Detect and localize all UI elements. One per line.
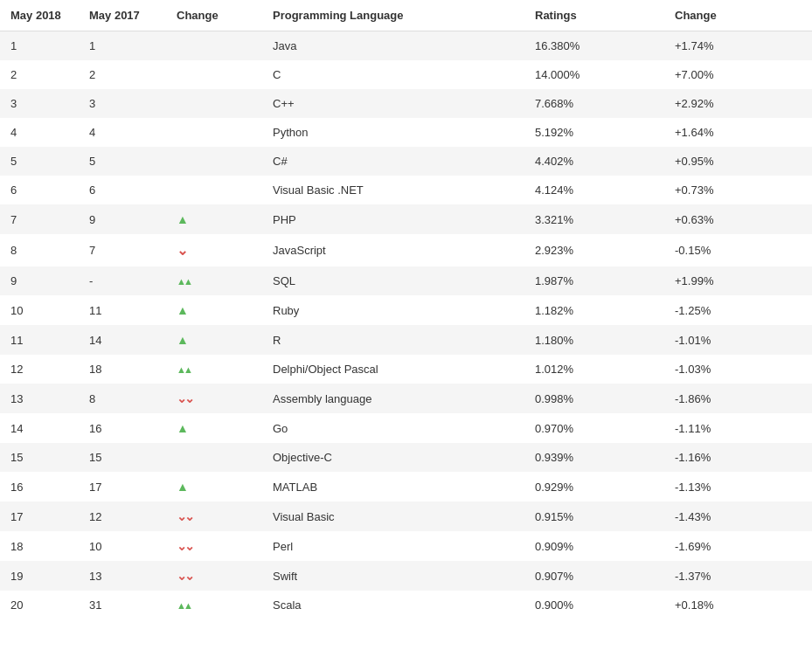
cell-language: MATLAB	[262, 472, 524, 501]
table-row: 1011▲Ruby1.182%-1.25%	[0, 295, 812, 325]
header-language: Programming Language	[262, 0, 524, 31]
down-single-icon: ⌄	[177, 243, 188, 258]
cell-ratings: 0.907%	[524, 561, 664, 591]
cell-may2018: 4	[0, 118, 79, 147]
cell-ratings: 7.668%	[524, 89, 664, 118]
cell-change-icon: ⌄⌄	[166, 384, 262, 413]
cell-may2018: 3	[0, 89, 79, 118]
cell-change-value: +0.95%	[664, 147, 812, 176]
down-double-icon: ⌄⌄	[177, 569, 192, 583]
cell-may2018: 13	[0, 384, 79, 413]
table-row: 1218▲▲Delphi/Object Pascal1.012%-1.03%	[0, 355, 812, 384]
cell-change-icon: ▲	[166, 295, 262, 325]
cell-ratings: 1.987%	[524, 266, 664, 295]
up-single-icon: ▲	[177, 303, 189, 317]
up-double-icon: ▲▲	[177, 276, 191, 287]
up-single-icon: ▲	[177, 421, 189, 435]
cell-ratings: 5.192%	[524, 118, 664, 147]
cell-ratings: 0.900%	[524, 591, 664, 619]
table-row: 79▲PHP3.321%+0.63%	[0, 204, 812, 234]
cell-may2017: -	[79, 266, 166, 295]
cell-change-value: +2.92%	[664, 89, 812, 118]
cell-ratings: 4.124%	[524, 176, 664, 204]
cell-may2017: 12	[79, 501, 166, 531]
cell-change-value: -1.69%	[664, 531, 812, 561]
cell-may2017: 2	[79, 60, 166, 89]
cell-may2018: 8	[0, 234, 79, 266]
cell-may2018: 6	[0, 176, 79, 204]
down-double-icon: ⌄⌄	[177, 509, 192, 523]
cell-may2017: 5	[79, 147, 166, 176]
cell-ratings: 0.915%	[524, 501, 664, 531]
cell-change-value: +1.99%	[664, 266, 812, 295]
cell-change-icon: ▲▲	[166, 266, 262, 295]
table-row: 9-▲▲SQL1.987%+1.99%	[0, 266, 812, 295]
cell-may2017: 3	[79, 89, 166, 118]
cell-change-icon: ▲	[166, 325, 262, 355]
cell-change-icon	[166, 31, 262, 61]
cell-change-value: +0.18%	[664, 591, 812, 619]
cell-change-icon	[166, 176, 262, 204]
header-change2: Change	[664, 0, 812, 31]
cell-language: C	[262, 60, 524, 89]
cell-ratings: 0.929%	[524, 472, 664, 501]
cell-change-icon: ▲	[166, 204, 262, 234]
cell-may2017: 4	[79, 118, 166, 147]
cell-may2017: 10	[79, 531, 166, 561]
cell-language: SQL	[262, 266, 524, 295]
cell-may2018: 16	[0, 472, 79, 501]
header-may2017: May 2017	[79, 0, 166, 31]
cell-ratings: 14.000%	[524, 60, 664, 89]
cell-language: Python	[262, 118, 524, 147]
cell-change-value: -1.13%	[664, 472, 812, 501]
cell-language: C#	[262, 147, 524, 176]
cell-ratings: 3.321%	[524, 204, 664, 234]
table-row: 22C14.000%+7.00%	[0, 60, 812, 89]
cell-change-value: +1.74%	[664, 31, 812, 61]
cell-change-icon: ▲	[166, 472, 262, 501]
cell-change-icon: ⌄	[166, 234, 262, 266]
cell-change-icon: ⌄⌄	[166, 561, 262, 591]
cell-change-icon	[166, 147, 262, 176]
cell-change-value: -1.11%	[664, 413, 812, 443]
cell-language: JavaScript	[262, 234, 524, 266]
cell-may2017: 1	[79, 31, 166, 61]
cell-language: Scala	[262, 591, 524, 619]
cell-change-icon: ⌄⌄	[166, 531, 262, 561]
up-single-icon: ▲	[177, 212, 189, 226]
cell-change-value: -1.86%	[664, 384, 812, 413]
cell-may2018: 5	[0, 147, 79, 176]
table-row: 66Visual Basic .NET4.124%+0.73%	[0, 176, 812, 204]
cell-change-icon: ▲▲	[166, 591, 262, 619]
cell-change-icon: ⌄⌄	[166, 501, 262, 531]
cell-change-value: +1.64%	[664, 118, 812, 147]
table-row: 1416▲Go0.970%-1.11%	[0, 413, 812, 443]
table-row: 33C++7.668%+2.92%	[0, 89, 812, 118]
table-row: 44Python5.192%+1.64%	[0, 118, 812, 147]
table-row: 1515Objective-C0.939%-1.16%	[0, 443, 812, 472]
cell-may2018: 17	[0, 501, 79, 531]
up-single-icon: ▲	[177, 480, 189, 494]
cell-change-icon	[166, 89, 262, 118]
cell-change-value: -1.03%	[664, 355, 812, 384]
cell-language: PHP	[262, 204, 524, 234]
cell-ratings: 1.180%	[524, 325, 664, 355]
cell-change-icon	[166, 443, 262, 472]
cell-may2018: 9	[0, 266, 79, 295]
cell-language: Swift	[262, 561, 524, 591]
cell-language: Delphi/Object Pascal	[262, 355, 524, 384]
table-row: 1617▲MATLAB0.929%-1.13%	[0, 472, 812, 501]
cell-ratings: 1.012%	[524, 355, 664, 384]
cell-change-icon: ▲▲	[166, 355, 262, 384]
cell-may2017: 8	[79, 384, 166, 413]
cell-may2018: 12	[0, 355, 79, 384]
rankings-table: May 2018 May 2017 Change Programming Lan…	[0, 0, 812, 619]
up-single-icon: ▲	[177, 333, 189, 347]
cell-change-value: -1.37%	[664, 561, 812, 591]
table-row: 1810⌄⌄Perl0.909%-1.69%	[0, 531, 812, 561]
cell-language: Java	[262, 31, 524, 61]
cell-may2017: 6	[79, 176, 166, 204]
cell-may2017: 11	[79, 295, 166, 325]
table-row: 55C#4.402%+0.95%	[0, 147, 812, 176]
cell-language: Ruby	[262, 295, 524, 325]
